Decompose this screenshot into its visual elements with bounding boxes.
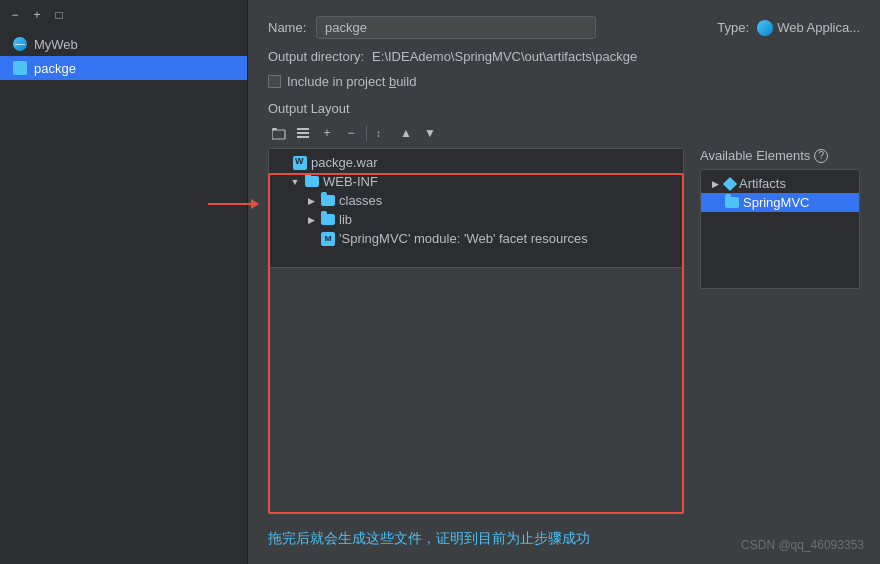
main-panel: Name: Type: Web Applica... Output direct… xyxy=(248,0,880,564)
tree-section: packge.war ▼ WEB-INF ▶ classes ▶ xyxy=(268,148,684,514)
minimize-button[interactable]: − xyxy=(8,8,22,22)
artifacts-diamond-icon xyxy=(723,176,737,190)
output-tree: packge.war ▼ WEB-INF ▶ classes ▶ xyxy=(268,148,684,268)
arrow-line xyxy=(208,203,258,205)
output-dir-path: E:\IDEAdemo\SpringMVC\out\artifacts\pack… xyxy=(372,49,637,64)
add-button[interactable]: + xyxy=(316,122,338,144)
sidebar-item-packge[interactable]: packge xyxy=(0,56,247,80)
move-down-button[interactable]: ▼ xyxy=(419,122,441,144)
chevron-icon xyxy=(277,157,289,169)
add-directory-button[interactable] xyxy=(268,122,290,144)
tree-item-label: classes xyxy=(339,193,382,208)
artifacts-group[interactable]: ▶ Artifacts xyxy=(701,174,859,193)
move-up-button[interactable]: ▲ xyxy=(395,122,417,144)
name-input[interactable] xyxy=(316,16,596,39)
tree-item-label: 'SpringMVC' module: 'Web' facet resource… xyxy=(339,231,588,246)
type-text: Web Applica... xyxy=(777,20,860,35)
type-label: Type: xyxy=(717,20,749,35)
svg-rect-0 xyxy=(272,130,285,139)
springmvc-item[interactable]: SpringMVC xyxy=(701,193,859,212)
folder-icon xyxy=(725,197,739,208)
checkbox-row: Include in project build xyxy=(268,74,860,89)
sort-button[interactable]: ↕ xyxy=(371,122,393,144)
sidebar-item-label: packge xyxy=(34,61,76,76)
output-dir-row: Output directory: E:\IDEAdemo\SpringMVC\… xyxy=(268,49,860,64)
remove-button[interactable]: − xyxy=(340,122,362,144)
chevron-down-icon: ▼ xyxy=(289,176,301,188)
restore-button[interactable]: □ xyxy=(52,8,66,22)
name-row: Name: Type: Web Applica... xyxy=(268,16,860,39)
available-elements-section: Available Elements ? ▶ Artifacts SpringM… xyxy=(700,148,860,514)
artifacts-label: Artifacts xyxy=(739,176,786,191)
svg-rect-2 xyxy=(297,128,309,130)
sidebar-item-myweb[interactable]: MyWeb xyxy=(0,32,247,56)
folder-icon xyxy=(321,214,335,225)
available-title-text: Available Elements xyxy=(700,148,810,163)
sidebar-item-label: MyWeb xyxy=(34,37,78,52)
sidebar: − + □ MyWeb packge xyxy=(0,0,248,564)
web-icon xyxy=(12,36,28,52)
tree-row[interactable]: ▶ classes xyxy=(269,191,683,210)
window-controls: − + □ xyxy=(8,8,66,22)
svg-rect-4 xyxy=(297,136,309,138)
tree-item-label: WEB-INF xyxy=(323,174,378,189)
available-title: Available Elements ? xyxy=(700,148,860,163)
type-globe-icon xyxy=(757,20,773,36)
tree-row[interactable]: ▶ lib xyxy=(269,210,683,229)
tree-row[interactable]: ▼ WEB-INF xyxy=(269,172,683,191)
folder-icon xyxy=(321,195,335,206)
output-dir-label: Output directory: xyxy=(268,49,364,64)
svg-rect-1 xyxy=(272,128,277,130)
tree-item-label: lib xyxy=(339,212,352,227)
output-layout-title: Output Layout xyxy=(268,101,860,116)
spacer-icon xyxy=(305,233,317,245)
tree-item-label: packge.war xyxy=(311,155,377,170)
arrow-indicator xyxy=(208,203,258,205)
name-label: Name: xyxy=(268,20,308,35)
module-icon: M xyxy=(321,232,335,246)
tree-row[interactable]: packge.war xyxy=(269,153,683,172)
watermark: CSDN @qq_46093353 xyxy=(741,538,864,552)
chevron-right-icon: ▶ xyxy=(305,214,317,226)
help-icon[interactable]: ? xyxy=(814,149,828,163)
output-toolbar: + − ↕ ▲ ▼ xyxy=(268,122,860,144)
available-tree: ▶ Artifacts SpringMVC xyxy=(700,169,860,289)
svg-rect-3 xyxy=(297,132,309,134)
maximize-button[interactable]: + xyxy=(30,8,44,22)
springmvc-label: SpringMVC xyxy=(743,195,809,210)
checkbox-label: Include in project build xyxy=(287,74,416,89)
include-build-checkbox[interactable] xyxy=(268,75,281,88)
pkg-icon xyxy=(12,60,28,76)
content-area: packge.war ▼ WEB-INF ▶ classes ▶ xyxy=(268,148,860,514)
folder-icon xyxy=(305,176,319,187)
chevron-right-icon: ▶ xyxy=(305,195,317,207)
chevron-right-icon: ▶ xyxy=(709,178,721,190)
war-file-icon xyxy=(293,156,307,170)
toolbar-separator xyxy=(366,125,367,141)
list-view-button[interactable] xyxy=(292,122,314,144)
tree-row[interactable]: M 'SpringMVC' module: 'Web' facet resour… xyxy=(269,229,683,248)
svg-text:↕: ↕ xyxy=(376,128,381,139)
type-value: Web Applica... xyxy=(757,20,860,36)
